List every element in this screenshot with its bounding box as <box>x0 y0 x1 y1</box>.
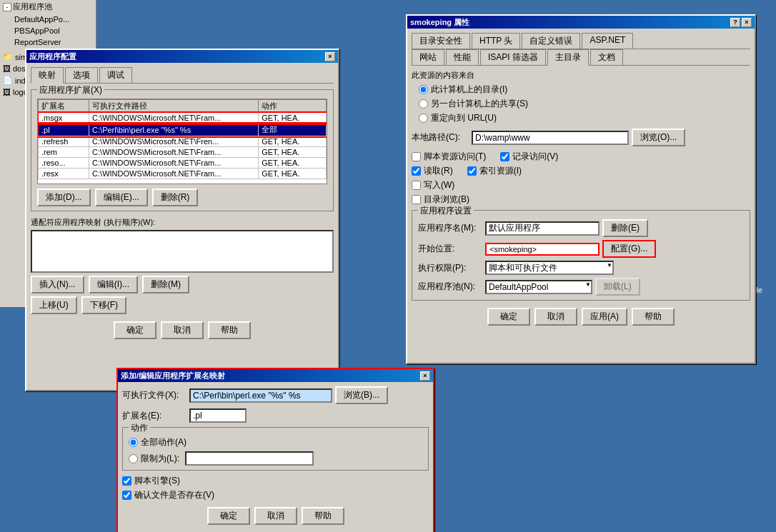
tab-main-dir[interactable]: 主目录 <box>547 49 589 66</box>
radio-local-dir[interactable]: 此计算机上的目录(I) <box>419 84 750 96</box>
execute-label: 执行权限(P): <box>418 262 482 274</box>
edit-ext-button[interactable]: 编辑(E)... <box>95 189 148 206</box>
add-mapping-title: 添加/编辑应用程序扩展名映射 <box>121 371 225 381</box>
config-button[interactable]: 配置(G)... <box>602 240 656 258</box>
local-path-input[interactable] <box>472 131 629 145</box>
check-verify-file[interactable]: 确认文件是否存在(V) <box>122 489 429 501</box>
log-access-checkbox[interactable] <box>500 152 509 161</box>
appconfig-help-button[interactable]: 帮助 <box>208 321 251 339</box>
insert-button[interactable]: 插入(N)... <box>31 276 84 293</box>
execute-row: 执行权限(P): 脚本和可执行文件 <box>418 261 744 275</box>
tab-isapi[interactable]: ISAPI 筛选器 <box>480 49 546 65</box>
tab-custom-errors[interactable]: 自定义错误 <box>522 33 580 49</box>
write-checkbox[interactable] <box>412 181 421 190</box>
radio-local-input[interactable] <box>419 85 428 94</box>
remove-app-button[interactable]: 删除(E) <box>602 219 648 237</box>
check-read[interactable]: 读取(R) <box>412 165 453 177</box>
appconfig-ok-button[interactable]: 确定 <box>114 321 156 339</box>
col-ext-header: 扩展名 <box>39 100 89 113</box>
checkbox-row4: 目录浏览(B) <box>412 194 750 206</box>
ext-name-pl: .pl <box>39 124 89 136</box>
add-mapping-close-btn[interactable]: × <box>420 371 430 381</box>
pbs-pool-label: PBSAppPool <box>14 26 60 35</box>
tab-debug[interactable]: 调试 <box>99 67 132 83</box>
close-button-appconfig[interactable]: × <box>325 52 335 61</box>
radio-all-input[interactable] <box>129 438 138 447</box>
tab-aspnet[interactable]: ASP.NET <box>582 33 633 49</box>
tree-item-pbs[interactable]: PBSAppPool <box>0 25 96 36</box>
exe-browse-button[interactable]: 浏览(B)... <box>335 386 388 404</box>
radio-redirect-url[interactable]: 重定向到 URL(U) <box>419 112 750 124</box>
check-log-access[interactable]: 记录访问(V) <box>500 151 558 163</box>
add-mapping-cancel-button[interactable]: 取消 <box>254 507 297 525</box>
app-pool-select[interactable]: DefaultAppPool <box>485 280 592 294</box>
wildcard-listbox[interactable] <box>31 230 334 273</box>
check-write[interactable]: 写入(W) <box>412 179 454 191</box>
tab-performance[interactable]: 性能 <box>446 49 479 65</box>
verify-file-checkbox[interactable] <box>122 491 131 500</box>
smokeping-close-btn[interactable]: × <box>742 18 752 27</box>
appconfig-cancel-button[interactable]: 取消 <box>161 321 204 339</box>
exe-input[interactable] <box>189 388 332 403</box>
script-engine-checkbox[interactable] <box>122 476 131 486</box>
tree-item-report[interactable]: ReportServer <box>0 36 96 48</box>
tree-expand-icon[interactable]: - <box>3 3 11 11</box>
tab-options[interactable]: 选项 <box>65 67 98 83</box>
ext-path-pl: C:\Perl\bin\perl.exe "%s" %s <box>89 124 259 136</box>
verify-file-label: 确认文件是否存在(V) <box>134 489 214 501</box>
add-mapping-help-button[interactable]: 帮助 <box>302 507 344 525</box>
dir-browse-checkbox[interactable] <box>412 195 421 204</box>
radio-limit-action[interactable]: 限制为(L): <box>129 451 422 466</box>
read-checkbox[interactable] <box>412 166 421 176</box>
ext-action-refresh: GET, HEA. <box>259 136 327 147</box>
smokeping-cancel-button[interactable]: 取消 <box>534 308 577 326</box>
ext-row-pl[interactable]: .pl C:\Perl\bin\perl.exe "%s" %s 全部 <box>39 124 327 136</box>
tab-mapping[interactable]: 映射 <box>31 67 64 84</box>
limit-input[interactable] <box>185 451 314 466</box>
app-config-titlebar: 应用程序配置 × <box>26 50 338 63</box>
radio-all-action[interactable]: 全部动作(A) <box>129 436 422 448</box>
ext-row-resx[interactable]: .resx C:\WINDOWS\Microsoft.NET\Fram... G… <box>39 169 327 179</box>
add-ext-button[interactable]: 添加(D)... <box>37 189 91 206</box>
smokeping-help-btn[interactable]: ? <box>730 18 740 27</box>
execute-select[interactable]: 脚本和可执行文件 <box>485 261 614 275</box>
ext-action-reso: GET, HEA. <box>259 158 327 169</box>
up-button[interactable]: 上移(U) <box>31 296 77 314</box>
delete2-button[interactable]: 删除(M) <box>142 276 189 293</box>
script-access-checkbox[interactable] <box>412 152 421 161</box>
check-dir-browse[interactable]: 目录浏览(B) <box>412 194 469 206</box>
ext-row-rem[interactable]: .rem C:\WINDOWS\Microsoft.NET\Fram... GE… <box>39 147 327 158</box>
tab-dir-security[interactable]: 目录安全性 <box>412 33 470 49</box>
titlebar-buttons: × <box>325 52 335 61</box>
check-script-engine[interactable]: 脚本引擎(S) <box>122 475 429 487</box>
tab-http-headers[interactable]: HTTP 头 <box>472 33 520 49</box>
tree-item-pool[interactable]: - 应用程序池 <box>0 0 96 14</box>
smokeping-help-button[interactable]: 帮助 <box>632 308 675 326</box>
tree-item-default[interactable]: DefaultAppPo... <box>0 14 96 25</box>
index-checkbox[interactable] <box>467 166 477 176</box>
radio-network-share[interactable]: 另一台计算机上的共享(S) <box>419 98 750 110</box>
app-name-input[interactable] <box>485 221 600 236</box>
check-script-access[interactable]: 脚本资源访问(T) <box>412 151 486 163</box>
delete-ext-button[interactable]: 删除(R) <box>152 189 199 206</box>
down-button[interactable]: 下移(F) <box>81 296 126 314</box>
unload-button[interactable]: 卸载(L) <box>595 278 640 296</box>
extensions-table-container[interactable]: 扩展名 可执行文件路径 动作 .msgx C:\WINDOWS\Microsof… <box>37 99 327 184</box>
radio-url-input[interactable] <box>419 114 428 123</box>
smokeping-apply-button[interactable]: 应用(A) <box>582 308 627 326</box>
tab-document[interactable]: 文档 <box>590 49 623 65</box>
ext-path-reso: C:\WINDOWS\Microsoft.NET\Fram... <box>89 158 259 169</box>
smokeping-ok-button[interactable]: 确定 <box>487 308 530 326</box>
add-mapping-ok-button[interactable]: 确定 <box>207 507 250 525</box>
ext-input[interactable] <box>189 408 247 423</box>
tab-website[interactable]: 网站 <box>412 49 444 65</box>
radio-limit-input[interactable] <box>129 454 138 463</box>
ext-row-refresh[interactable]: .refresh C:\WINDOWS\Microsoft.NET\Fren..… <box>39 136 327 147</box>
radio-network-input[interactable] <box>419 99 428 109</box>
browse-button[interactable]: 浏览(O)... <box>632 129 685 146</box>
app-config-content: 映射 选项 调试 应用程序扩展(X) 扩展名 可执行文件路径 动作 <box>26 63 338 343</box>
edit2-button[interactable]: 编辑(I)... <box>89 276 138 293</box>
check-index[interactable]: 索引资源(I) <box>467 165 522 177</box>
ext-row-msgx[interactable]: .msgx C:\WINDOWS\Microsoft.NET\Fram... G… <box>39 113 327 124</box>
ext-row-reso[interactable]: .reso... C:\WINDOWS\Microsoft.NET\Fram..… <box>39 158 327 169</box>
